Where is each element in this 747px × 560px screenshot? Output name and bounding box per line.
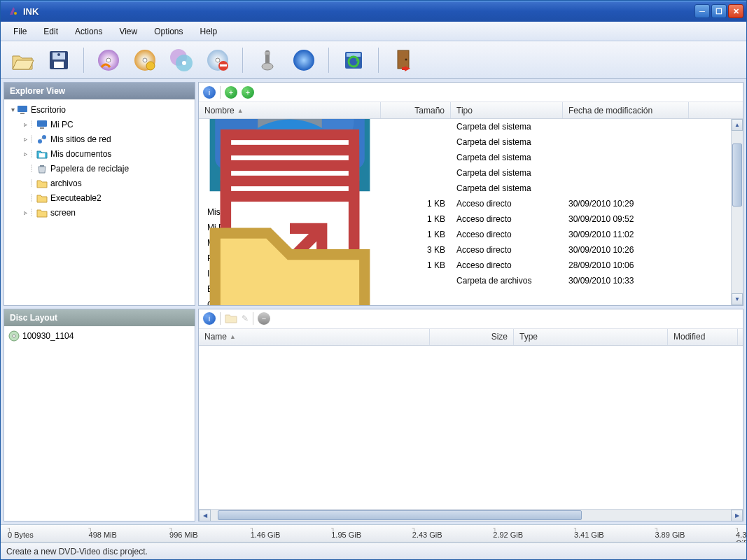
scroll-thumb[interactable] — [732, 144, 742, 206]
scroll-thumb[interactable] — [218, 510, 582, 520]
disc-mini-toolbar: i ✎ − — [199, 309, 743, 329]
file-type: Carpeta del sistema — [451, 168, 563, 178]
add-button[interactable]: + — [225, 86, 237, 99]
disc-file-list[interactable] — [199, 346, 743, 509]
svg-rect-24 — [398, 50, 409, 69]
exit-button[interactable] — [389, 46, 418, 75]
disc-copy-button[interactable] — [167, 46, 196, 75]
svg-point-8 — [143, 58, 147, 62]
burn-button[interactable] — [289, 46, 319, 75]
refresh-button[interactable] — [339, 46, 368, 75]
explorer-tree[interactable]: ▾ Escritorio ▹┊Mi PC▹┊Mis sitios de red▹… — [4, 99, 195, 305]
ruler-mark: 0 Bytes — [8, 526, 34, 540]
tree-item[interactable]: ┊archivos — [6, 176, 193, 190]
disc-erase-button[interactable] — [203, 46, 232, 75]
menu-view[interactable]: View — [112, 24, 144, 39]
close-button[interactable]: ✕ — [728, 4, 743, 18]
expand-icon[interactable]: ▹ — [21, 209, 29, 216]
svg-point-20 — [293, 50, 314, 71]
svg-point-18 — [262, 63, 273, 70]
tree-item[interactable]: ▹┊Mi PC — [6, 117, 193, 132]
scroll-left-button[interactable]: ◀ — [199, 510, 211, 522]
statusbar: Create a new DVD-Video disc project. — [1, 542, 746, 559]
file-list[interactable]: Mis documentosCarpeta del sistemaMi PCCa… — [199, 119, 743, 305]
disc-tree[interactable]: 100930_1104 — [4, 326, 195, 521]
minimize-button[interactable]: ─ — [694, 4, 710, 18]
ruler-mark: 1.46 GiB — [251, 526, 281, 540]
file-type: Carpeta de archivos — [451, 276, 563, 286]
tree-item[interactable]: ▹┊screen — [6, 205, 193, 220]
save-button[interactable] — [44, 46, 74, 75]
tree-item[interactable]: ┊Executeable2 — [6, 190, 193, 205]
disc-icon — [8, 330, 20, 342]
tree-item[interactable]: ▹┊Mis sitios de red — [6, 132, 193, 146]
toolbar-separator — [328, 48, 329, 73]
menu-file[interactable]: File — [6, 24, 34, 39]
expand-icon[interactable]: ▹ — [21, 150, 29, 158]
titlebar[interactable]: INK ─ ☐ ✕ — [1, 1, 746, 22]
collapse-icon[interactable]: ▾ — [8, 106, 17, 113]
column-size[interactable]: Tamaño — [381, 102, 451, 118]
menu-help[interactable]: Help — [193, 24, 225, 39]
column-name[interactable]: Nombre▲ — [199, 102, 381, 118]
maximize-button[interactable]: ☐ — [711, 4, 727, 18]
menu-options[interactable]: Options — [147, 24, 190, 39]
column-name[interactable]: Name▲ — [199, 329, 430, 345]
expand-icon[interactable]: ▹ — [21, 120, 29, 128]
add-all-button[interactable]: + — [242, 86, 254, 99]
open-button[interactable] — [8, 46, 37, 75]
file-date: 28/09/2010 10:06 — [563, 260, 689, 270]
column-type[interactable]: Type — [514, 329, 668, 345]
ruler-mark: 1.95 GiB — [331, 526, 361, 540]
disc-root[interactable]: 100930_1104 — [6, 329, 193, 344]
ruler-mark: 4.38 GiB — [736, 526, 746, 540]
file-type: Carpeta del sistema — [451, 183, 563, 193]
edit-icon[interactable]: ✎ — [242, 314, 249, 323]
main-toolbar — [1, 41, 746, 79]
toolbar-separator — [378, 48, 379, 73]
list-item[interactable]: archivosCarpeta de archivos30/09/2010 10… — [199, 273, 731, 288]
column-size[interactable]: Size — [430, 329, 514, 345]
file-type: Acceso directo — [451, 199, 563, 209]
toolbar-separator — [83, 48, 84, 73]
info-button[interactable]: i — [203, 312, 216, 325]
svg-rect-29 — [37, 120, 47, 127]
explorer-mini-toolbar: i + + — [199, 83, 743, 102]
tree-root[interactable]: ▾ Escritorio — [6, 102, 193, 117]
column-date[interactable]: Fecha de modificación — [563, 102, 689, 118]
tree-label: Mis sitios de red — [50, 134, 111, 144]
file-type: Carpeta del sistema — [451, 153, 563, 162]
remove-button[interactable]: − — [258, 312, 270, 325]
scroll-up-button[interactable]: ▲ — [732, 119, 743, 131]
settings-button[interactable] — [253, 46, 282, 75]
svg-point-25 — [405, 58, 407, 60]
disc-list-header: Name▲ Size Type Modified — [199, 329, 743, 346]
disc-data-button[interactable] — [130, 46, 160, 75]
app-icon — [8, 6, 19, 17]
menu-edit[interactable]: Edit — [36, 24, 65, 39]
tree-label: 100930_1104 — [22, 331, 74, 341]
tree-item[interactable]: ▹┊Mis documentos — [6, 146, 193, 161]
file-type: Acceso directo — [451, 214, 563, 224]
disc-audio-button[interactable] — [94, 46, 123, 75]
folder-icon[interactable] — [225, 313, 237, 324]
expand-icon[interactable]: ▹ — [21, 135, 29, 143]
sort-asc-icon: ▲ — [237, 107, 244, 114]
column-type[interactable]: Tipo — [451, 102, 563, 118]
scroll-right-button[interactable]: ▶ — [731, 510, 743, 522]
file-date: 30/09/2010 09:52 — [563, 214, 689, 224]
scroll-down-button[interactable]: ▼ — [732, 293, 743, 305]
tree-item[interactable]: ┊Papelera de reciclaje — [6, 161, 193, 176]
file-size: 1 KB — [381, 214, 451, 224]
info-button[interactable]: i — [203, 86, 216, 99]
svg-rect-27 — [18, 106, 27, 112]
column-modified[interactable]: Modified — [668, 329, 738, 345]
file-date: 30/09/2010 10:33 — [563, 276, 689, 286]
menu-actions[interactable]: Actions — [68, 24, 109, 39]
network-icon — [36, 134, 48, 145]
svg-rect-16 — [220, 64, 227, 66]
vertical-scrollbar[interactable]: ▲ ▼ — [731, 119, 743, 305]
separator — [220, 86, 221, 99]
horizontal-scrollbar[interactable]: ◀ ▶ — [199, 509, 743, 521]
disc-space-ruler: 0 Bytes498 MiB996 MiB1.46 GiB1.95 GiB2.4… — [1, 524, 746, 542]
